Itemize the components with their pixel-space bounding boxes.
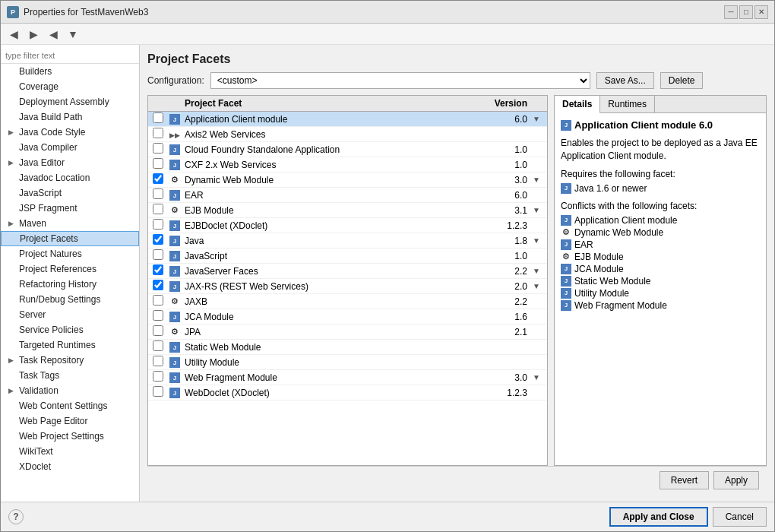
table-row[interactable]: ⚙ EJB Module 3.1 ▼ — [148, 203, 547, 218]
sidebar-item-server[interactable]: Server — [1, 307, 139, 322]
sidebar-item-deployment-assembly[interactable]: Deployment Assembly — [1, 94, 139, 109]
sidebar-item-wikitext[interactable]: WikiText — [1, 444, 139, 459]
table-row[interactable]: J Web Fragment Module 3.0 ▼ — [148, 370, 547, 385]
sidebar-item-jsp-fragment[interactable]: JSP Fragment — [1, 201, 139, 216]
sidebar-item-builders[interactable]: Builders — [1, 64, 139, 79]
table-row[interactable]: ▶▶ Axis2 Web Services — [148, 127, 547, 142]
table-row[interactable]: J JavaScript 1.0 — [148, 249, 547, 264]
sidebar-item-web-project-settings[interactable]: Web Project Settings — [1, 429, 139, 444]
list-item: J EAR — [561, 239, 760, 251]
doc-icon: J — [169, 266, 180, 277]
delete-button[interactable]: Delete — [660, 72, 704, 89]
table-row[interactable]: J JavaServer Faces 2.2 ▼ — [148, 264, 547, 279]
apply-button[interactable]: Apply — [713, 471, 759, 489]
facet-checkbox[interactable] — [153, 112, 163, 123]
sidebar-item-service-policies[interactable]: Service Policies — [1, 322, 139, 337]
sidebar-item-java-editor[interactable]: ▶ Java Editor — [1, 155, 139, 170]
table-row[interactable]: ⚙ JPA 2.1 — [148, 325, 547, 340]
sidebar-item-project-references[interactable]: Project References — [1, 261, 139, 277]
table-row[interactable]: J EJBDoclet (XDoclet) 1.2.3 — [148, 218, 547, 233]
facet-checkbox[interactable] — [153, 188, 163, 199]
table-row[interactable]: J Cloud Foundry Standalone Application 1… — [148, 142, 547, 157]
sidebar-item-project-facets[interactable]: Project Facets — [1, 231, 139, 246]
sidebar-item-coverage[interactable]: Coverage — [1, 79, 139, 94]
back2-button[interactable]: ◀ — [45, 26, 62, 43]
sidebar-item-maven[interactable]: ▶ Maven — [1, 216, 139, 231]
revert-button[interactable]: Revert — [660, 471, 709, 489]
facet-checkbox[interactable] — [153, 310, 163, 321]
table-row[interactable]: J WebDoclet (XDoclet) 1.2.3 — [148, 385, 547, 401]
sidebar-item-label: Task Tags — [19, 370, 59, 381]
table-row[interactable]: J Application Client module 6.0 ▼ — [148, 112, 547, 127]
doc-icon: J — [169, 281, 180, 292]
facet-version: 3.0 — [500, 175, 530, 185]
configuration-select[interactable]: <custom> — [210, 72, 590, 89]
sidebar-item-web-content-settings[interactable]: Web Content Settings — [1, 398, 139, 413]
sidebar-item-task-repository[interactable]: ▶ Task Repository — [1, 353, 139, 368]
sidebar-item-java-compiler[interactable]: Java Compiler — [1, 140, 139, 155]
sidebar-item-refactoring-history[interactable]: Refactoring History — [1, 277, 139, 292]
sidebar-item-label: Project Natures — [19, 249, 82, 259]
back-button[interactable]: ◀ — [5, 26, 22, 43]
dropdown-button[interactable]: ▼ — [65, 26, 81, 43]
facet-checkbox[interactable] — [153, 356, 163, 366]
facet-checkbox[interactable] — [153, 295, 163, 306]
table-row[interactable]: ⚙ JAXB 2.2 — [148, 294, 547, 309]
facet-checkbox[interactable] — [153, 371, 163, 382]
facet-dropdown-arrow[interactable]: ▼ — [530, 267, 542, 275]
cancel-button[interactable]: Cancel — [713, 507, 767, 527]
sidebar-item-validation[interactable]: ▶ Validation — [1, 383, 139, 398]
sidebar-item-run-debug-settings[interactable]: Run/Debug Settings — [1, 292, 139, 307]
facet-dropdown-arrow[interactable]: ▼ — [530, 236, 542, 245]
tab-runtimes[interactable]: Runtimes — [600, 96, 655, 112]
facet-name: EJBDoclet (XDoclet) — [185, 220, 500, 231]
sidebar-filter-input[interactable] — [1, 48, 139, 64]
facet-dropdown-arrow[interactable]: ▼ — [530, 373, 542, 382]
facet-checkbox[interactable] — [153, 204, 163, 214]
facet-dropdown-arrow[interactable]: ▼ — [530, 115, 542, 123]
facet-checkbox[interactable] — [153, 264, 163, 275]
table-row[interactable]: ⚙ Dynamic Web Module 3.0 ▼ — [148, 173, 547, 188]
table-row[interactable]: J Static Web Module — [148, 340, 547, 355]
minimize-button[interactable]: ─ — [724, 5, 738, 19]
help-button[interactable]: ? — [8, 509, 24, 524]
table-row[interactable]: J JAX-RS (REST Web Services) 2.0 ▼ — [148, 279, 547, 294]
sidebar-item-java-build-path[interactable]: Java Build Path — [1, 109, 139, 125]
table-row[interactable]: J JCA Module 1.6 — [148, 309, 547, 325]
table-row[interactable]: J Java 1.8 ▼ — [148, 233, 547, 249]
table-row[interactable]: J Utility Module — [148, 355, 547, 370]
sidebar-item-targeted-runtimes[interactable]: Targeted Runtimes — [1, 337, 139, 353]
sidebar-item-javadoc-location[interactable]: Javadoc Location — [1, 170, 139, 185]
sidebar-item-task-tags[interactable]: Task Tags — [1, 368, 139, 383]
sidebar-item-javascript[interactable]: JavaScript — [1, 185, 139, 201]
doc-icon: J — [169, 190, 180, 201]
apply-close-button[interactable]: Apply and Close — [609, 507, 708, 527]
facet-checkbox[interactable] — [153, 340, 163, 351]
sidebar: Builders Coverage Deployment Assembly Ja… — [1, 45, 140, 502]
facet-checkbox[interactable] — [153, 325, 163, 336]
forward-button[interactable]: ▶ — [25, 26, 42, 43]
sidebar-item-xdoclet[interactable]: XDoclet — [1, 459, 139, 474]
tab-details[interactable]: Details — [555, 96, 600, 113]
close-button[interactable]: ✕ — [754, 5, 768, 19]
facet-checkbox[interactable] — [153, 234, 163, 245]
sidebar-item-web-page-editor[interactable]: Web Page Editor — [1, 413, 139, 429]
facet-dropdown-arrow[interactable]: ▼ — [530, 206, 542, 214]
facet-checkbox[interactable] — [153, 158, 163, 169]
sidebar-item-project-natures[interactable]: Project Natures — [1, 246, 139, 261]
facet-checkbox[interactable] — [153, 386, 163, 397]
facet-checkbox[interactable] — [153, 143, 163, 154]
maximize-button[interactable]: □ — [739, 5, 753, 19]
facet-dropdown-arrow[interactable]: ▼ — [530, 176, 542, 184]
facet-checkbox[interactable] — [153, 173, 163, 184]
list-item: J Static Web Module — [561, 275, 760, 287]
table-row[interactable]: J CXF 2.x Web Services 1.0 — [148, 157, 547, 173]
save-as-button[interactable]: Save As... — [596, 72, 654, 89]
facet-checkbox[interactable] — [153, 280, 163, 290]
facet-checkbox[interactable] — [153, 128, 163, 138]
facet-checkbox[interactable] — [153, 249, 163, 260]
facet-dropdown-arrow[interactable]: ▼ — [530, 282, 542, 290]
facet-checkbox[interactable] — [153, 219, 163, 230]
table-row[interactable]: J EAR 6.0 — [148, 188, 547, 203]
sidebar-item-java-code-style[interactable]: ▶ Java Code Style — [1, 125, 139, 140]
